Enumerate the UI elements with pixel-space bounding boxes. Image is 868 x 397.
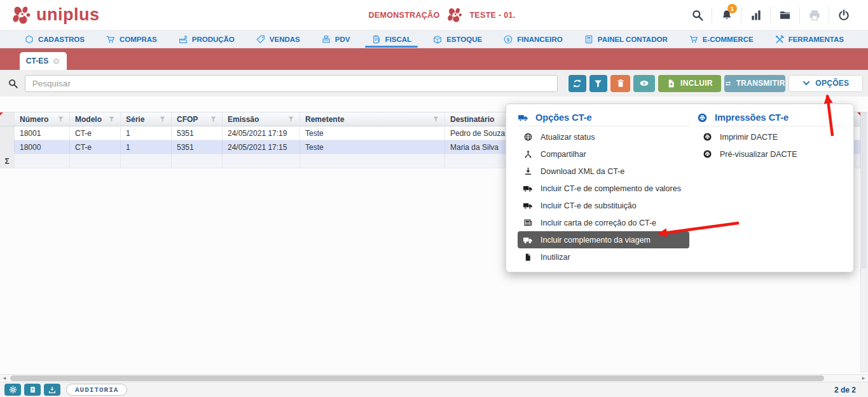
newspaper-icon <box>522 218 534 227</box>
column-filter-icon[interactable] <box>108 116 115 123</box>
auditoria-button[interactable]: AUDITORIA <box>66 384 127 396</box>
report-button[interactable] <box>24 384 41 396</box>
printer-circle-icon <box>701 132 713 142</box>
chevron-down-icon <box>802 79 811 88</box>
column-header-serie[interactable]: Série <box>121 112 172 126</box>
uniplus-flower-icon <box>446 7 463 24</box>
scroll-right-arrow[interactable]: ► <box>859 375 868 382</box>
nav-item-cadastros[interactable]: CADASTROS <box>22 30 87 48</box>
print-button[interactable] <box>800 5 829 25</box>
column-header-remetente[interactable]: Remetente <box>300 112 445 126</box>
menu-item-label: Incluir CT-e de substituição <box>541 201 637 210</box>
menu-item-incluir-substituicao[interactable]: Incluir CT-e de substituição <box>518 197 689 214</box>
environment-info: DEMONSTRAÇÃO TESTE - 01. <box>201 7 683 24</box>
nav-item-fiscal[interactable]: FISCAL <box>369 30 415 48</box>
delete-button[interactable] <box>610 75 631 92</box>
nav-item-vendas[interactable]: VENDAS <box>253 30 303 48</box>
funnel-icon <box>593 79 603 88</box>
nav-item-compras[interactable]: COMPRAS <box>103 30 160 48</box>
notifications-button[interactable]: 1 <box>712 5 741 25</box>
search-input[interactable] <box>25 75 558 92</box>
summary-cell <box>15 154 70 168</box>
cell-emissao: 24/05/2021 17:15 <box>223 140 300 154</box>
menu-title-impressoes-cte: Impressões CT-e <box>697 109 842 126</box>
top-header: uniplus DEMONSTRAÇÃO TESTE - 01. 1 <box>0 0 868 30</box>
truck-icon <box>522 201 534 211</box>
menu-item-incluir-complemento-viagem[interactable]: Incluir complemento da viagem <box>518 231 689 248</box>
documents-button[interactable] <box>771 5 799 25</box>
button-label: INCLUIR <box>680 79 713 88</box>
app-logo[interactable]: uniplus <box>10 5 201 25</box>
column-label: Destinatário <box>450 115 494 124</box>
nav-item-ferramentas[interactable]: FERRAMENTAS <box>772 30 846 48</box>
truck-icon <box>522 184 534 194</box>
column-header-modelo[interactable]: Modelo <box>70 112 121 126</box>
vertical-scrollbar-thumb[interactable] <box>862 112 866 268</box>
menu-item-imprimir-dacte[interactable]: Imprimir DACTE <box>697 128 842 145</box>
transmitir-button[interactable]: TRANSMITIR <box>724 75 785 92</box>
column-filter-icon[interactable] <box>287 116 294 123</box>
nav-item-ecommerce[interactable]: E-COMMERCE <box>686 30 756 48</box>
reports-button[interactable] <box>741 5 770 25</box>
row-selector-cell[interactable] <box>0 140 15 154</box>
logout-button[interactable] <box>829 5 858 25</box>
nav-label: PRODUÇÃO <box>192 36 235 43</box>
filter-button[interactable] <box>589 75 607 92</box>
menu-item-compartilhar[interactable]: Compartilhar <box>518 145 689 163</box>
export-button[interactable] <box>44 384 60 396</box>
tab-label: CT-ES <box>26 57 48 65</box>
nav-item-financeiro[interactable]: FINANCEIRO <box>500 30 565 48</box>
column-header-emissao[interactable]: Emissão <box>223 112 300 126</box>
vertical-scrollbar[interactable] <box>860 112 867 372</box>
row-selector-cell[interactable] <box>0 126 15 140</box>
nav-label: E-COMMERCE <box>703 36 754 43</box>
nav-item-pdv[interactable]: PDV <box>319 30 353 48</box>
column-header-numero[interactable]: Número <box>15 112 70 126</box>
nav-item-painel-contador[interactable]: PAINEL CONTADOR <box>581 30 670 48</box>
company-label: TESTE - 01. <box>469 11 515 20</box>
hexagon-icon <box>24 34 34 44</box>
refresh-icon <box>572 78 582 89</box>
scroll-left-arrow[interactable]: ◄ <box>0 375 9 382</box>
horizontal-scrollbar[interactable]: ◄ ► <box>0 374 868 382</box>
menu-item-download-xml[interactable]: Download XML da CT-e <box>518 163 689 180</box>
column-filter-icon[interactable] <box>432 116 439 123</box>
column-header-cfop[interactable]: CFOP <box>172 112 223 126</box>
summary-cell <box>300 154 445 168</box>
tab-ct-es[interactable]: CT-ES <box>20 52 67 70</box>
menu-item-incluir-complemento-valores[interactable]: Incluir CT-e de complemento de valores <box>518 180 689 197</box>
button-label: OPÇÕES <box>815 79 849 88</box>
horizontal-scrollbar-thumb[interactable] <box>10 375 824 381</box>
cell-cfop: 5351 <box>172 140 223 154</box>
nav-item-producao[interactable]: PRODUÇÃO <box>176 30 237 48</box>
main-nav: CADASTROS COMPRAS PRODUÇÃO VENDAS PDV FI… <box>0 30 868 48</box>
menu-item-label: Download XML da CT-e <box>541 167 624 176</box>
menu-item-previsualizar-dacte[interactable]: Pré-visualizar DACTE <box>697 145 842 163</box>
menu-item-incluir-carta-correcao[interactable]: Incluir carta de correção do CT-e <box>518 214 689 231</box>
incluir-button[interactable]: INCLUIR <box>658 75 720 92</box>
close-icon[interactable] <box>52 57 60 65</box>
menu-title-label: Impressões CT-e <box>715 112 789 123</box>
nav-item-estoque[interactable]: ESTOQUE <box>430 30 485 48</box>
menu-column-impressoes: Impressões CT-e Imprimir DACTE Pré-visua… <box>693 109 846 266</box>
column-filter-icon[interactable] <box>210 116 217 123</box>
grid-toolbar: INCLUIR TRANSMITIR OPÇÕES <box>0 70 868 97</box>
settings-button[interactable] <box>4 384 21 396</box>
column-filter-icon[interactable] <box>159 116 166 123</box>
menu-item-inutilizar[interactable]: Inutilizar <box>518 248 689 266</box>
preview-button[interactable] <box>633 75 655 92</box>
cell-cfop: 5351 <box>172 126 223 140</box>
horizontal-scrollbar-track[interactable] <box>9 375 859 382</box>
global-search-button[interactable] <box>683 5 712 25</box>
column-filter-icon[interactable] <box>57 116 64 123</box>
refresh-button[interactable] <box>568 75 586 92</box>
button-label: TRANSMITIR <box>736 79 785 88</box>
clipboard-icon <box>371 34 382 44</box>
search-icon <box>691 9 704 22</box>
menu-item-label: Atualizar status <box>541 133 595 142</box>
dollar-circle-icon <box>503 34 513 44</box>
exchange-arrows-icon <box>724 79 732 88</box>
opcoes-button[interactable]: OPÇÕES <box>789 75 863 92</box>
menu-item-atualizar-status[interactable]: Atualizar status <box>518 128 689 145</box>
folder-icon <box>778 9 792 22</box>
